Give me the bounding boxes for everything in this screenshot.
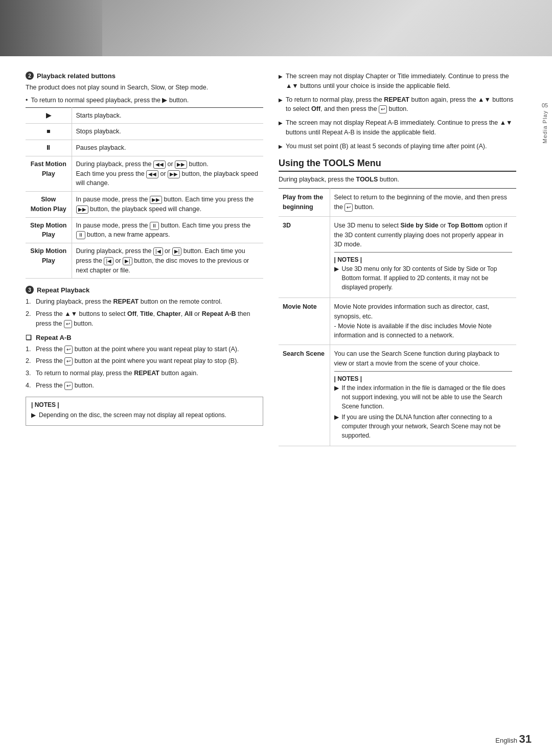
right-bullet-text-4: You must set point (B) at least 5 second…: [286, 142, 487, 151]
search-scene-notes-text-1: If the index information in the file is …: [342, 383, 513, 411]
right-bullets: ▶ The screen may not display Chapter or …: [279, 72, 516, 151]
right-bullet-text-1: The screen may not display Chapter or Ti…: [286, 72, 516, 91]
repeat-ab-heading: ❑ Repeat A-B: [26, 334, 263, 341]
repeat-heading-text: Repeat Playback: [37, 286, 89, 294]
pause-icon-cell: ⏸: [26, 140, 72, 156]
play-from-beginning-label: Play from the beginning: [279, 189, 330, 217]
3d-notes-text: Use 3D menu only for 3D contents of Side…: [342, 264, 513, 292]
header-banner: [0, 0, 552, 56]
repeat-ab-step-2: Press the ↩ button at the point where yo…: [36, 356, 239, 366]
checkbox-icon: ❑: [26, 334, 32, 341]
right-bullet-4: ▶ You must set point (B) at least 5 seco…: [279, 142, 516, 151]
list-item: 3. To return to normal play, press the R…: [26, 369, 263, 378]
play-from-beginning-desc: Select to return to the beginning of the…: [330, 189, 516, 217]
play-desc: Starts playback.: [72, 107, 263, 124]
list-num: 2.: [26, 356, 33, 366]
right-column: ▶ The screen may not display Chapter or …: [279, 72, 516, 446]
tri-bullet: ▶: [279, 73, 283, 91]
repeat-ab-step-4: Press the ↩ button.: [36, 381, 94, 391]
step-motion-desc: In pause mode, press the ⏸ button. Each …: [72, 217, 263, 243]
table-row: 3D Use 3D menu to select Side by Side or…: [279, 216, 516, 297]
arrow-bullet: ▶: [334, 383, 339, 411]
notes-box: | NOTES | ▶ Depending on the disc, the s…: [26, 397, 263, 426]
list-num: 1.: [26, 297, 33, 307]
search-scene-notes-title: | NOTES |: [334, 374, 513, 383]
stop-desc: Stops playback.: [72, 124, 263, 140]
main-content: 2 Playback related buttons The product d…: [0, 56, 537, 462]
tri-bullet: ▶: [279, 96, 283, 114]
slow-motion-desc: In pause mode, press the ▶▶ button. Each…: [72, 192, 263, 218]
right-bullet-text-3: The screen may not display Repeat A-B im…: [286, 118, 516, 138]
side-chapter-label: Media Play: [542, 110, 548, 143]
playback-bullet: • To return to normal speed playback, pr…: [26, 96, 263, 105]
table-row: Step Motion Play In pause mode, press th…: [26, 217, 263, 243]
repeat-step-1: During playback, press the REPEAT button…: [36, 297, 222, 307]
pause-desc: Pauses playback.: [72, 140, 263, 156]
playback-table: ▶ Starts playback. ■ Stops playback. ⏸ P…: [26, 107, 263, 279]
playback-desc: The product does not play sound in Searc…: [26, 83, 263, 93]
left-column: 2 Playback related buttons The product d…: [26, 72, 263, 446]
list-num: 2.: [26, 309, 33, 329]
table-row: ■ Stops playback.: [26, 124, 263, 140]
tools-table: Play from the beginning Select to return…: [279, 188, 516, 446]
circle-2: 2: [26, 72, 34, 80]
step-motion-label: Step Motion Play: [26, 217, 72, 243]
table-row: Slow Motion Play In pause mode, press th…: [26, 192, 263, 218]
repeat-section: 3 Repeat Playback 1. During playback, pr…: [26, 286, 263, 425]
arrow-bullet: ▶: [334, 264, 339, 292]
side-label: 05 Media Play: [538, 72, 552, 174]
repeat-list: 1. During playback, press the REPEAT but…: [26, 297, 263, 328]
tools-desc: During playback, press the TOOLS button.: [279, 176, 516, 183]
footer-page: 31: [519, 732, 532, 745]
repeat-heading: 3 Repeat Playback: [26, 286, 263, 294]
circle-3: 3: [26, 286, 34, 294]
footer-lang: English: [495, 737, 517, 744]
search-scene-notes-item-2: ▶ If you are using the DLNA function aft…: [334, 413, 513, 440]
table-row: ▶ Starts playback.: [26, 107, 263, 124]
skip-motion-desc: During playback, press the |◀ or ▶| butt…: [72, 243, 263, 279]
list-num: 1.: [26, 345, 33, 354]
table-row: ⏸ Pauses playback.: [26, 140, 263, 156]
search-scene-notes: | NOTES | ▶ If the index information in …: [334, 371, 513, 440]
search-scene-notes-item-1: ▶ If the index information in the file i…: [334, 383, 513, 411]
tools-section: Using the TOOLS Menu During playback, pr…: [279, 158, 516, 446]
bullet-dot: •: [26, 96, 28, 105]
fast-motion-label: Fast Motion Play: [26, 156, 72, 191]
arrow-bullet: ▶: [31, 410, 36, 420]
right-bullet-2: ▶ To return to normal play, press the RE…: [279, 95, 516, 114]
3d-label: 3D: [279, 216, 330, 297]
right-bullet-text-2: To return to normal play, press the REPE…: [286, 95, 516, 114]
3d-desc: Use 3D menu to select Side by Side or To…: [330, 216, 516, 297]
search-scene-desc: You can use the Search Scene function du…: [330, 345, 516, 446]
table-row: Search Scene You can use the Search Scen…: [279, 345, 516, 446]
side-chapter-num: 05: [542, 102, 548, 108]
right-bullet-3: ▶ The screen may not display Repeat A-B …: [279, 118, 516, 138]
repeat-ab-step-1: Press the ↩ button at the point where yo…: [36, 345, 239, 354]
repeat-ab-heading-text: Repeat A-B: [36, 334, 72, 341]
list-num: 3.: [26, 369, 33, 378]
movie-note-desc: Movie Note provides information such as …: [330, 298, 516, 345]
skip-motion-label: Skip Motion Play: [26, 243, 72, 279]
table-row: Fast Motion Play During playback, press …: [26, 156, 263, 191]
list-item: 1. During playback, press the REPEAT but…: [26, 297, 263, 307]
footer: English 31: [495, 732, 532, 746]
tools-heading: Using the TOOLS Menu: [279, 158, 516, 172]
repeat-step-2: Press the ▲▼ buttons to select Off, Titl…: [36, 309, 263, 329]
slow-motion-label: Slow Motion Play: [26, 192, 72, 218]
table-row: Movie Note Movie Note provides informati…: [279, 298, 516, 345]
notes-item: ▶ Depending on the disc, the screen may …: [31, 410, 258, 420]
play-icon-cell: ▶: [26, 107, 72, 124]
right-bullet-1: ▶ The screen may not display Chapter or …: [279, 72, 516, 91]
search-scene-notes-text-2: If you are using the DLNA function after…: [342, 413, 513, 440]
search-scene-label: Search Scene: [279, 345, 330, 446]
playback-bullet-text: To return to normal speed playback, pres…: [31, 96, 189, 105]
notes-title: | NOTES |: [31, 401, 258, 408]
movie-note-label: Movie Note: [279, 298, 330, 345]
repeat-ab-section: ❑ Repeat A-B 1. Press the ↩ button at th…: [26, 334, 263, 391]
3d-notes-item: ▶ Use 3D menu only for 3D contents of Si…: [334, 264, 513, 292]
3d-notes: | NOTES | ▶ Use 3D menu only for 3D cont…: [334, 252, 513, 292]
table-row: Skip Motion Play During playback, press …: [26, 243, 263, 279]
playback-heading: 2 Playback related buttons: [26, 72, 263, 80]
stop-icon-cell: ■: [26, 124, 72, 140]
table-row: Play from the beginning Select to return…: [279, 189, 516, 217]
